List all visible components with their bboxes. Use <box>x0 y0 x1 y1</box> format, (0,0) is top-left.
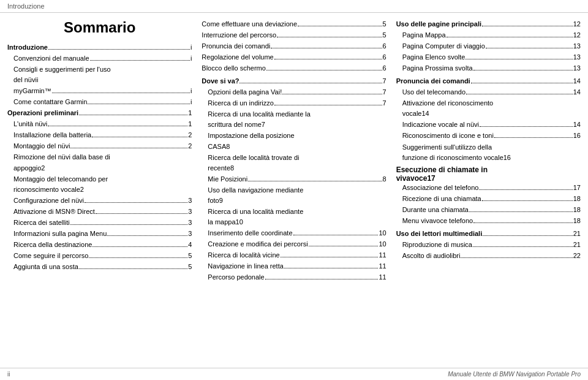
toc-ricerca-dest: Ricerca della destinazione 4 <box>7 240 192 250</box>
toc-durante: Durante una chiamata 18 <box>396 205 581 215</box>
footer-left: ii <box>7 371 10 378</box>
toc-nome: Ricerca di una località mediante la scri… <box>202 109 386 130</box>
toc-foto: Uso della navigazione mediante foto 9 <box>202 185 386 206</box>
toc-montaggio: Montaggio del nüvi 2 <box>7 141 192 151</box>
toc-contattare: Come contattare Garmin i <box>7 97 192 107</box>
page-title: Sommario <box>7 19 192 36</box>
toc-associazione: Associazione del telefono 17 <box>396 183 581 193</box>
toc-satelliti: Ricerca dei satelliti 3 <box>7 218 192 228</box>
toc-schermo: Blocco dello schermo 6 <box>202 63 386 74</box>
toc-pronuncia-cmd: Pronuncia dei comandi 6 <box>202 41 386 51</box>
toc-lettori: Uso dei lettori multimediali 21 <box>396 229 581 239</box>
col3: Uso delle pagine principali 12 Pagina Ma… <box>391 19 581 345</box>
footer-right: Manuale Utente di BMW Navigation Portabl… <box>448 371 581 378</box>
toc-volume: Regolazione del volume 6 <box>202 52 386 63</box>
toc-pagine-principali: Uso delle pagine principali 12 <box>396 19 581 29</box>
toc-icone-toni: Riconoscimento di icone e toni 16 <box>396 131 581 141</box>
toc-ricezione: Ricezione di una chiamata 18 <box>396 194 581 204</box>
toc-consigli: Consigli e suggerimenti per l'uso del nü… <box>7 64 192 85</box>
toc-rimozione: Rimozione del nüvi dalla base di appoggi… <box>7 152 192 173</box>
toc-introduzione: Introduzione i <box>7 42 192 53</box>
toc-installazione: Installazione della batteria 2 <box>7 130 192 140</box>
toc-msn: Attivazione di MSN® Direct 3 <box>7 207 192 217</box>
toc-config: Configurazione del nüvi 3 <box>7 196 192 206</box>
page-footer: ii Manuale Utente di BMW Navigation Port… <box>0 368 588 380</box>
toc-attivazione-riconosc: Attivazione del riconoscimento vocale 14 <box>396 98 581 119</box>
toc-audiolibri: Ascolto di audiolibri 22 <box>396 251 581 261</box>
toc-recente: Ricerca delle località trovate di recent… <box>202 153 386 173</box>
toc-pronuncia: Pronuncia dei comandi 14 <box>396 76 581 86</box>
toc-pagina-menu: Informazioni sulla pagina Menu 3 <box>7 229 192 239</box>
toc-linea-retta: Navigazione in linea retta 11 <box>202 261 386 272</box>
toc-telecomando: Montaggio del telecomando per riconoscim… <box>7 174 192 195</box>
toc-menu-vivavoce: Menu vivavoce telefono 18 <box>396 216 581 226</box>
toc-indirizzo: Ricerca di un indirizzo 7 <box>202 98 386 108</box>
toc-pedonale: Percorso pedonale 11 <box>202 272 386 283</box>
toc-unita: L'unità nüvi 1 <box>7 119 192 129</box>
toc-operazioni: Operazioni preliminari 1 <box>7 108 192 118</box>
toc-dove: Dove si va? 7 <box>202 76 386 86</box>
toc-mie-posizioni: Mie Posizioni 8 <box>202 174 386 184</box>
toc-elenco-svolte: Pagina Elenco svolte 13 <box>396 52 581 63</box>
toc-coordinate: Inserimento delle coordinate 10 <box>202 228 386 238</box>
toc-deviazione: Come effettuare una deviazione 5 <box>202 19 386 29</box>
toc-indicazione-vocale: Indicazione vocale al nüvi 14 <box>396 120 581 130</box>
toc-percorsi: Creazione e modifica dei percorsi 10 <box>202 239 386 249</box>
toc-mappa: Ricerca di una località mediante la mapp… <box>202 207 386 227</box>
toc-sosta: Aggiunta di una sosta 5 <box>7 262 192 272</box>
toc-opzioni: Opzioni della pagina Vai! 7 <box>202 87 386 97</box>
toc-casa: Impostazione della posizione CASA 8 <box>202 131 386 151</box>
toc-computer-viaggio: Pagina Computer di viaggio 13 <box>396 41 581 51</box>
toc-convenzioni: Convenzioni del manuale i <box>7 53 192 64</box>
toc-interruzione: Interruzione del percorso 5 <box>202 30 386 40</box>
toc-vivavoce-heading: Esecuzione di chiamate in vivavoce 17 <box>396 165 581 183</box>
toc-uso-telecomando: Uso del telecomando 14 <box>396 87 581 97</box>
col2: Come effettuare una deviazione 5 Interru… <box>197 19 391 345</box>
toc-seguire: Come seguire il percorso 5 <box>7 251 192 261</box>
toc-mygarmin: myGarmin™ i <box>7 86 192 96</box>
toc-pagina-mappa: Pagina Mappa 12 <box>396 30 581 40</box>
page-header: Introduzione <box>0 0 588 13</box>
toc-musica: Riproduzione di musica 21 <box>396 240 581 250</box>
col1: Sommario Introduzione i Convenzioni del … <box>7 19 197 345</box>
toc-prossima-svolta: Pagina Prossima svolta 13 <box>396 63 581 74</box>
toc-vicine: Ricerca di località vicine 11 <box>202 250 386 260</box>
toc-suggerimenti: Suggerimenti sull'utilizzo della funzion… <box>396 142 581 163</box>
